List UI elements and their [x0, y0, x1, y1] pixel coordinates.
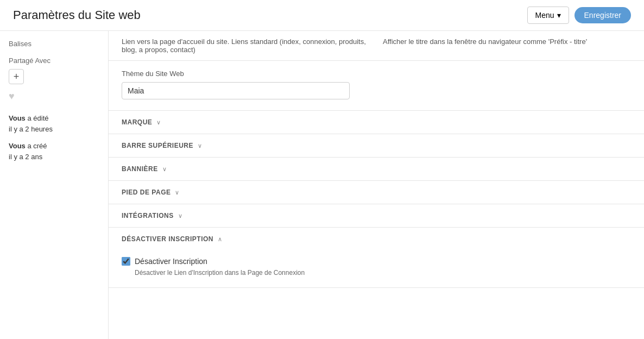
accordion-desactiver-inscription-header[interactable]: DÉSACTIVER INSCRIPTION ∧	[109, 228, 644, 250]
sidebar: Balises Partagé Avec + ♥ Vous a édité il…	[0, 31, 109, 339]
checkbox-description: Désactiver le Lien d'Inscription dans la…	[122, 269, 631, 277]
layout: Balises Partagé Avec + ♥ Vous a édité il…	[0, 31, 644, 339]
checkbox-row: Désactiver Inscription	[122, 257, 631, 266]
add-button[interactable]: +	[9, 69, 24, 84]
accordion-marque-title: MARQUE	[122, 118, 152, 126]
accordion-barre-superieure-header[interactable]: BARRE SUPÉRIEURE ∨	[109, 134, 644, 157]
accordion-banniere: BANNIÈRE ∨	[109, 158, 644, 181]
accordion-integrations-title: INTÉGRATIONS	[122, 212, 174, 219]
top-note-left: Lien vers la page d'accueil du site. Lie…	[122, 37, 370, 54]
partage-label: Partagé Avec	[9, 56, 99, 65]
accordion-integrations: INTÉGRATIONS ∨	[109, 204, 644, 228]
chevron-down-icon: ∨	[156, 119, 161, 126]
menu-button[interactable]: Menu ▾	[527, 7, 569, 24]
heart-icon: ♥	[9, 91, 99, 102]
main-content: Lien vers la page d'accueil du site. Lie…	[109, 31, 644, 339]
balises-label: Balises	[9, 40, 99, 48]
accordion-marque-header[interactable]: MARQUE ∨	[109, 111, 644, 134]
desactiver-inscription-body: Désactiver Inscription Désactiver le Lie…	[109, 250, 644, 287]
accordion-pied-de-page: PIED DE PAGE ∨	[109, 181, 644, 204]
accordion-barre-superieure: BARRE SUPÉRIEURE ∨	[109, 134, 644, 158]
theme-section: Thème du Site Web	[109, 61, 644, 111]
activity-action-1: a édité	[26, 114, 49, 122]
page-title: Paramètres du Site web	[13, 8, 141, 22]
accordion-pied-de-page-header[interactable]: PIED DE PAGE ∨	[109, 181, 644, 204]
save-button[interactable]: Enregistrer	[574, 7, 631, 23]
chevron-up-icon: ∧	[218, 236, 222, 243]
checkbox-label: Désactiver Inscription	[135, 257, 207, 266]
activity-log: Vous a édité il y a 2 heures Vous a créé…	[9, 113, 99, 162]
desactiver-inscription-checkbox[interactable]	[122, 257, 130, 266]
chevron-down-icon: ∨	[162, 166, 167, 173]
top-note-right: Afficher le titre dans la fenêtre du nav…	[383, 37, 631, 54]
accordion-integrations-header[interactable]: INTÉGRATIONS ∨	[109, 204, 644, 227]
activity-actor-1: Vous	[9, 114, 26, 122]
activity-action-2: a créé	[26, 142, 47, 150]
accordion-pied-de-page-title: PIED DE PAGE	[122, 189, 171, 196]
chevron-down-icon: ∨	[178, 212, 182, 219]
theme-label: Thème du Site Web	[122, 70, 631, 78]
chevron-down-icon: ∨	[198, 142, 202, 149]
activity-time-1: il y a 2 heures	[9, 125, 53, 133]
accordion-banniere-title: BANNIÈRE	[122, 165, 158, 173]
header: Paramètres du Site web Menu ▾ Enregistre…	[0, 0, 644, 31]
accordion-banniere-header[interactable]: BANNIÈRE ∨	[109, 158, 644, 180]
activity-time-2: il y a 2 ans	[9, 153, 42, 161]
activity-entry-1: Vous a édité il y a 2 heures	[9, 113, 99, 134]
activity-actor-2: Vous	[9, 142, 26, 150]
accordion-marque: MARQUE ∨	[109, 111, 644, 134]
accordion-desactiver-inscription: DÉSACTIVER INSCRIPTION ∧ Désactiver Insc…	[109, 228, 644, 288]
accordion-desactiver-inscription-title: DÉSACTIVER INSCRIPTION	[122, 235, 213, 243]
chevron-down-icon: ▾	[557, 11, 561, 20]
activity-entry-2: Vous a créé il y a 2 ans	[9, 141, 99, 162]
chevron-down-icon: ∨	[175, 189, 179, 196]
theme-input[interactable]	[122, 82, 350, 99]
top-note-row: Lien vers la page d'accueil du site. Lie…	[109, 31, 644, 61]
accordion-barre-superieure-title: BARRE SUPÉRIEURE	[122, 142, 193, 149]
header-actions: Menu ▾ Enregistrer	[527, 7, 632, 24]
